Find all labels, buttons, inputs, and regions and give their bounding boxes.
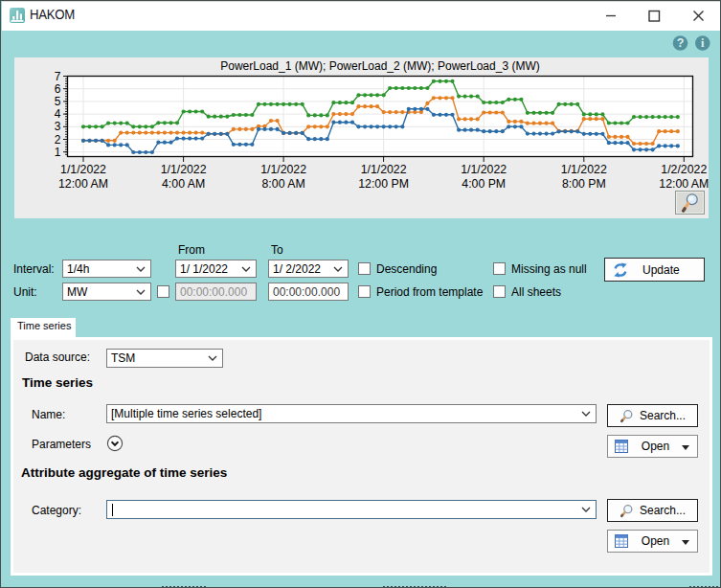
svg-text:1/1/2022: 1/1/2022 bbox=[260, 163, 306, 176]
svg-text:12:00 PM: 12:00 PM bbox=[358, 177, 409, 191]
svg-text:1: 1 bbox=[55, 146, 61, 159]
svg-text:3: 3 bbox=[55, 120, 61, 133]
svg-text:1/1/2022: 1/1/2022 bbox=[361, 163, 407, 176]
svg-text:4:00 PM: 4:00 PM bbox=[462, 177, 506, 191]
svg-text:8:00 PM: 8:00 PM bbox=[562, 177, 606, 191]
svg-text:2: 2 bbox=[55, 133, 61, 147]
svg-text:?: ? bbox=[677, 36, 685, 50]
svg-text:1/1/2022: 1/1/2022 bbox=[461, 163, 507, 176]
svg-text:1/2/2022: 1/2/2022 bbox=[661, 163, 707, 176]
svg-text:12:00 AM: 12:00 AM bbox=[659, 177, 709, 191]
svg-text:7: 7 bbox=[55, 70, 61, 83]
svg-text:PowerLoad_1 (MW); PowerLoad_2: PowerLoad_1 (MW); PowerLoad_2 (MW); Powe… bbox=[220, 59, 539, 73]
svg-text:8:00 AM: 8:00 AM bbox=[262, 177, 305, 191]
svg-text:5: 5 bbox=[55, 95, 61, 108]
svg-text:1/1/2022: 1/1/2022 bbox=[60, 163, 106, 176]
svg-text:4:00 AM: 4:00 AM bbox=[162, 177, 205, 191]
svg-text:4: 4 bbox=[55, 107, 61, 121]
svg-text:1/1/2022: 1/1/2022 bbox=[561, 163, 607, 176]
svg-text:1/1/2022: 1/1/2022 bbox=[161, 163, 207, 176]
svg-text:12:00 AM: 12:00 AM bbox=[58, 177, 108, 191]
svg-text:i: i bbox=[701, 36, 705, 50]
svg-text:6: 6 bbox=[55, 82, 61, 96]
